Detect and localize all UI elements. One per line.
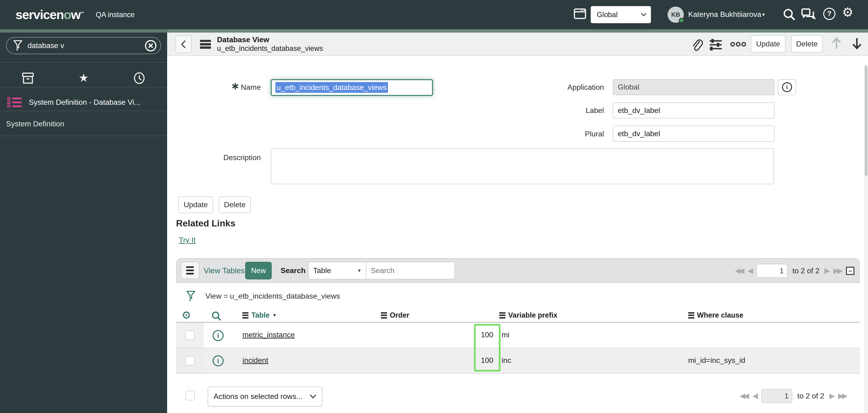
next-page-icon[interactable]: ▶ [829,392,833,400]
row-checkbox[interactable] [185,330,194,340]
global-search-icon[interactable] [783,8,796,21]
avatar[interactable]: KB [668,6,684,23]
column-search-icon[interactable] [211,311,221,321]
next-page-icon[interactable]: ▶ [825,267,828,275]
logo-text: servicen [16,7,64,22]
search-column-select[interactable]: Table ▼ [308,262,366,280]
servicenow-logo[interactable]: servicenow™ [16,7,84,22]
name-field-label: Name [205,83,261,92]
where-clause-value: mi_id=inc_sys_id [688,356,745,365]
settings-gear-icon[interactable]: ⚙ [842,6,854,19]
plural-input[interactable] [613,126,774,141]
sidebar-divider [0,136,167,136]
delete-button[interactable]: Delete [791,35,823,53]
scope-select-value: Global [597,10,618,19]
list-personalize-gear-icon[interactable]: ⚙ [182,310,191,321]
column-header-variable-prefix[interactable]: Variable prefix [499,311,557,319]
list-filter-funnel-icon[interactable] [186,290,195,303]
first-page-icon[interactable]: ◀◀ [740,392,747,400]
personalize-form-sliders-icon[interactable] [709,39,722,51]
favorites-tab-icon[interactable]: ★ [56,72,112,84]
label-input[interactable] [613,102,774,118]
previous-page-icon[interactable]: ◀ [747,267,751,275]
table-row: i metric_instance 100 mi [176,323,860,348]
table-link[interactable]: metric_instance [242,330,294,339]
column-header-order[interactable]: Order [381,311,409,319]
description-textarea[interactable] [271,148,774,185]
application-info-button[interactable]: i [778,79,796,95]
clear-filter-icon[interactable] [138,40,157,52]
search-label: Search [281,266,305,275]
page-number-input[interactable] [761,389,792,403]
more-options-icon[interactable] [730,41,746,47]
try-it-link[interactable]: Try It [179,236,195,245]
sidebar-item-database-views[interactable]: System Definition - Database Vi... [0,91,167,114]
sidebar-divider [0,62,167,63]
application-scope-select[interactable]: Global [591,6,651,23]
first-page-icon[interactable]: ◀◀ [735,267,743,275]
app-window-icon[interactable] [574,8,586,19]
previous-record-arrow-icon[interactable] [831,37,842,50]
back-button[interactable] [176,35,191,53]
name-input[interactable]: u_etb_incidents_database_views [271,79,433,96]
order-value: 100 [381,330,493,339]
update-button[interactable]: Update [751,35,786,53]
new-button[interactable]: New [245,262,272,280]
actions-on-selected-rows-select[interactable]: Actions on selected rows... [208,386,322,407]
page-number-input[interactable] [756,264,787,278]
user-menu[interactable]: Kateryna Bukhtiiarova [688,10,761,19]
scrollbar-thumb[interactable] [865,65,868,176]
avatar-initials: KB [671,11,680,18]
attachment-paperclip-icon[interactable] [690,38,704,52]
form-delete-button[interactable]: Delete [219,196,251,213]
history-tab-icon[interactable] [112,71,167,85]
online-status-dot [679,18,684,24]
form-update-button[interactable]: Update [178,196,213,213]
application-field-label: Application [549,83,604,92]
previous-page-icon[interactable]: ◀ [752,392,756,400]
record-preview-icon[interactable]: i [213,330,224,341]
list-pagination-bottom: ◀◀ ◀ to 2 of 2 ▶ ▶▶ [740,389,846,403]
connect-chat-icon[interactable] [801,8,815,21]
sidebar-divider [0,87,167,88]
help-icon[interactable]: ? [823,8,835,20]
application-value: Global [618,83,639,91]
pagination-range-text: to 2 of 2 [793,266,819,275]
selected-text: u_etb_incidents_database_views [275,82,388,93]
last-page-icon[interactable]: ▶▶ [838,392,846,400]
minimize-list-icon[interactable]: − [846,267,854,275]
sidebar-divider [0,110,167,111]
record-preview-icon[interactable]: i [213,355,224,367]
info-icon: i [782,82,792,92]
view-tables-title-link[interactable]: View Tables [204,266,245,275]
all-applications-icon[interactable] [0,71,56,85]
vertical-scrollbar[interactable] [864,65,868,413]
list-filter-breadcrumb[interactable]: View = u_etb_incidents_database_views [205,292,340,300]
column-header-where-clause[interactable]: Where clause [688,311,744,319]
list-context-menu-icon[interactable] [181,262,199,279]
logo-text-end: w [71,7,81,22]
list-footer: Actions on selected rows... ◀◀ ◀ to 2 of… [176,385,860,407]
navigator-filter-box [6,37,161,54]
order-value: 100 [381,356,493,365]
actions-select-value: Actions on selected rows... [214,392,302,401]
logo-accent-letter: o [64,7,71,22]
last-page-icon[interactable]: ▶▶ [833,267,841,275]
column-header-table[interactable]: Table▼ [242,311,277,319]
row-checkbox[interactable] [185,356,194,366]
row-checkbox-cell [176,348,204,373]
select-all-checkbox[interactable] [185,391,195,400]
column-menu-icon [242,312,248,319]
description-field-label: Description [205,153,261,162]
sidebar-section-label[interactable]: System Definition [6,120,64,128]
list-pagination-top: ◀◀ ◀ to 2 of 2 ▶ ▶▶ − [735,264,854,278]
chevron-down-icon [310,394,316,399]
variable-prefix-value: inc [502,356,511,365]
form-context-menu-icon[interactable] [200,40,211,49]
view-tables-related-list: View Tables New Search Table ▼ ◀◀ ◀ to 2… [176,258,860,374]
related-links-heading: Related Links [176,218,235,228]
table-link[interactable]: incident [242,356,268,365]
list-search-input[interactable] [366,262,455,280]
next-record-arrow-icon[interactable] [851,37,862,50]
navigator-filter-input[interactable] [28,41,138,50]
